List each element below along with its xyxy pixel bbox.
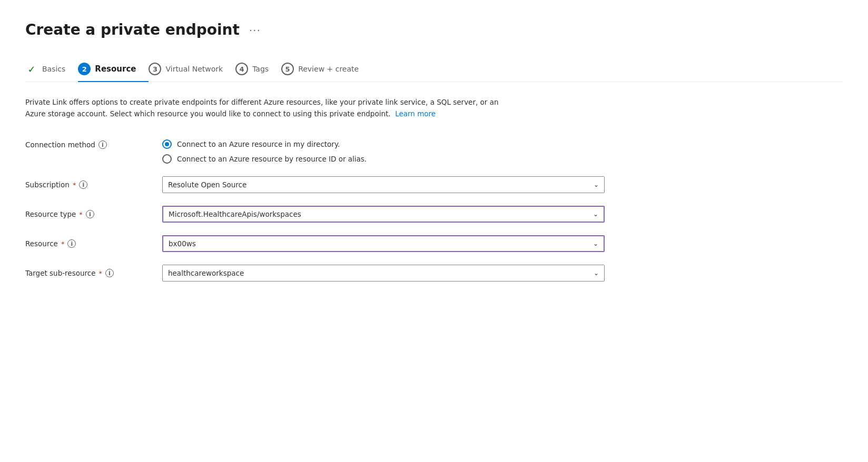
step-resource-label: Resource — [95, 64, 136, 74]
radio-directory[interactable]: Connect to an Azure resource in my direc… — [162, 139, 605, 149]
subscription-label: Subscription — [25, 180, 70, 189]
target-sub-resource-info-icon[interactable]: i — [105, 269, 114, 277]
step-tags-label: Tags — [252, 65, 269, 73]
step-resource-badge: 2 — [78, 63, 91, 75]
resource-type-value: Microsoft.HealthcareApis/workspaces — [169, 210, 589, 218]
resource-type-label-col: Resource type * i — [25, 206, 141, 218]
resource-type-row: Resource type * i Microsoft.HealthcareAp… — [25, 206, 605, 223]
target-sub-resource-chevron-icon: ⌄ — [594, 269, 599, 277]
target-sub-resource-label: Target sub-resource — [25, 269, 95, 277]
step-tags-badge: 4 — [235, 63, 248, 75]
target-sub-resource-control-col: healthcareworkspace ⌄ — [162, 265, 605, 282]
form-section: Connection method i Connect to an Azure … — [25, 136, 605, 282]
target-sub-resource-label-col: Target sub-resource * i — [25, 265, 141, 277]
resource-dropdown[interactable]: bx00ws ⌄ — [162, 235, 605, 252]
step-basics-label: Basics — [42, 65, 65, 73]
resource-row: Resource * i bx00ws ⌄ — [25, 235, 605, 252]
resource-label-col: Resource * i — [25, 235, 141, 248]
step-resource[interactable]: 2 Resource — [78, 57, 149, 82]
resource-type-label: Resource type — [25, 210, 76, 218]
resource-control-col: bx00ws ⌄ — [162, 235, 605, 252]
target-sub-resource-dropdown[interactable]: healthcareworkspace ⌄ — [162, 265, 605, 282]
subscription-value: Resolute Open Source — [168, 180, 589, 189]
resource-label: Resource — [25, 239, 58, 248]
connection-method-label: Connection method — [25, 140, 95, 149]
resource-chevron-icon: ⌄ — [593, 240, 598, 247]
resource-info-icon[interactable]: i — [67, 239, 76, 248]
radio-directory-label: Connect to an Azure resource in my direc… — [177, 140, 340, 148]
subscription-info-icon[interactable]: i — [79, 180, 87, 189]
resource-value: bx00ws — [169, 239, 589, 248]
resource-type-dropdown[interactable]: Microsoft.HealthcareApis/workspaces ⌄ — [162, 206, 605, 223]
subscription-control-col: Resolute Open Source ⌄ — [162, 176, 605, 193]
learn-more-link[interactable]: Learn more — [395, 109, 436, 118]
step-review-create-badge: 5 — [281, 63, 294, 75]
radio-resource-id[interactable]: Connect to an Azure resource by resource… — [162, 154, 605, 164]
resource-type-control-col: Microsoft.HealthcareApis/workspaces ⌄ — [162, 206, 605, 223]
page-title: Create a private endpoint — [25, 21, 240, 38]
step-virtual-network-badge: 3 — [149, 63, 161, 75]
wizard-steps: ✓ Basics 2 Resource 3 Virtual Network 4 … — [25, 57, 843, 82]
resource-type-required-star: * — [79, 210, 83, 218]
resource-required-star: * — [61, 240, 65, 248]
resource-type-chevron-icon: ⌄ — [593, 210, 598, 218]
resource-type-info-icon[interactable]: i — [86, 210, 94, 218]
subscription-label-col: Subscription * i — [25, 176, 141, 189]
target-sub-resource-required-star: * — [98, 269, 102, 277]
connection-method-radio-group: Connect to an Azure resource in my direc… — [162, 136, 605, 164]
target-sub-resource-value: healthcareworkspace — [168, 269, 589, 277]
radio-resource-id-circle — [162, 154, 172, 164]
step-tags[interactable]: 4 Tags — [235, 57, 281, 82]
subscription-chevron-icon: ⌄ — [594, 181, 599, 188]
ellipsis-menu-button[interactable]: ··· — [246, 22, 264, 38]
radio-directory-circle — [162, 139, 172, 149]
description-text: Private Link offers options to create pr… — [25, 97, 510, 119]
step-review-create-label: Review + create — [298, 65, 359, 73]
connection-method-row: Connection method i Connect to an Azure … — [25, 136, 605, 164]
page-title-row: Create a private endpoint ··· — [25, 21, 843, 38]
target-sub-resource-row: Target sub-resource * i healthcareworksp… — [25, 265, 605, 282]
step-basics[interactable]: ✓ Basics — [25, 57, 78, 82]
step-virtual-network[interactable]: 3 Virtual Network — [149, 57, 235, 82]
radio-resource-id-label: Connect to an Azure resource by resource… — [177, 155, 367, 163]
step-basics-badge: ✓ — [25, 63, 38, 75]
connection-method-info-icon[interactable]: i — [98, 140, 107, 149]
subscription-required-star: * — [73, 181, 76, 189]
connection-method-control-col: Connect to an Azure resource in my direc… — [162, 136, 605, 164]
step-review-create[interactable]: 5 Review + create — [281, 57, 371, 82]
connection-method-label-col: Connection method i — [25, 136, 141, 149]
step-virtual-network-label: Virtual Network — [165, 65, 223, 73]
subscription-row: Subscription * i Resolute Open Source ⌄ — [25, 176, 605, 193]
subscription-dropdown[interactable]: Resolute Open Source ⌄ — [162, 176, 605, 193]
